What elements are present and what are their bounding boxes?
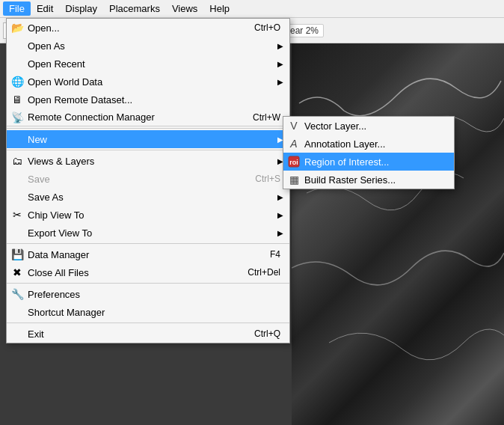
- menu-item-save: Save Ctrl+S: [7, 170, 289, 188]
- new-icon: [10, 132, 25, 147]
- svg-text:roi: roi: [289, 159, 298, 166]
- menu-item-new[interactable]: New ▶: [7, 130, 289, 148]
- menu-item-shortcut-mgr[interactable]: Shortcut Manager: [7, 303, 289, 321]
- open-world-icon: 🌐: [10, 74, 25, 89]
- sep5: [7, 322, 289, 323]
- sep4: [7, 283, 289, 284]
- raster-series-icon: ▦: [286, 172, 301, 187]
- views-layers-icon: 🗂: [10, 153, 25, 168]
- menu-help[interactable]: Help: [203, 1, 236, 16]
- data-mgr-icon: 💾: [10, 247, 25, 262]
- open-recent-icon: [10, 56, 25, 71]
- menu-file[interactable]: File: [3, 1, 31, 16]
- shortcut-mgr-icon: [10, 305, 25, 319]
- sep3: [7, 243, 289, 244]
- submenu-item-vector-layer[interactable]: V Vector Layer...: [283, 117, 454, 135]
- menu-item-chip-view[interactable]: ✂ Chip View To ▶: [7, 206, 289, 224]
- submenu-item-roi[interactable]: roi Region of Interest...: [283, 153, 454, 171]
- submenu-item-raster-series[interactable]: ▦ Build Raster Series...: [283, 171, 454, 189]
- menu-item-export-view[interactable]: Export View To ▶: [7, 224, 289, 242]
- sep2: [7, 150, 289, 150]
- submenu-item-annotation-layer[interactable]: A Annotation Layer...: [283, 135, 454, 153]
- export-view-icon: [10, 225, 25, 240]
- sep1: [7, 128, 289, 129]
- menu-item-close-all[interactable]: ✖ Close All Files Ctrl+Del: [7, 263, 289, 281]
- open-icon: 📂: [10, 20, 25, 35]
- remote-mgr-icon: 📡: [10, 110, 25, 125]
- menu-bar: File Edit Display Placemarks Views Help: [0, 0, 504, 18]
- roi-icon: roi: [286, 154, 301, 169]
- open-remote-icon: 🖥: [10, 92, 25, 107]
- menu-item-open-recent[interactable]: Open Recent ▶: [7, 55, 289, 73]
- menu-placemarks[interactable]: Placemarks: [103, 1, 166, 16]
- menu-item-save-as[interactable]: Save As ▶: [7, 188, 289, 206]
- menu-item-exit[interactable]: Exit Ctrl+Q: [7, 325, 289, 343]
- menu-item-open[interactable]: 📂 Open... Ctrl+O: [7, 19, 289, 37]
- menu-item-data-mgr[interactable]: 💾 Data Manager F4: [7, 245, 289, 263]
- menu-display[interactable]: Display: [59, 1, 103, 16]
- map-area: [292, 43, 504, 425]
- menu-item-views-layers[interactable]: 🗂 Views & Layers ▶: [7, 152, 289, 170]
- menu-views[interactable]: Views: [166, 1, 203, 16]
- annotation-layer-icon: A: [286, 136, 301, 151]
- close-all-icon: ✖: [10, 265, 25, 280]
- menu-item-open-remote[interactable]: 🖥 Open Remote Dataset...: [7, 91, 289, 108]
- menu-item-open-as[interactable]: Open As ▶: [7, 37, 289, 55]
- preferences-icon: 🔧: [10, 287, 25, 302]
- save-icon: [10, 171, 25, 186]
- save-as-icon: [10, 189, 25, 204]
- file-menu-dropdown: 📂 Open... Ctrl+O Open As ▶ Open Recent ▶…: [6, 18, 290, 343]
- menu-item-preferences[interactable]: 🔧 Preferences: [7, 285, 289, 303]
- exit-icon: [10, 326, 25, 341]
- menu-item-open-world[interactable]: 🌐 Open World Data ▶: [7, 73, 289, 91]
- chip-view-icon: ✂: [10, 207, 25, 222]
- new-submenu: V Vector Layer... A Annotation Layer... …: [283, 116, 455, 189]
- open-as-icon: [10, 38, 25, 53]
- roi-svg: roi: [288, 156, 300, 168]
- terrain-svg: [292, 43, 504, 425]
- menu-item-remote-mgr[interactable]: 📡 Remote Connection Manager Ctrl+W: [7, 108, 289, 126]
- menu-edit[interactable]: Edit: [31, 1, 59, 16]
- vector-layer-icon: V: [286, 118, 301, 133]
